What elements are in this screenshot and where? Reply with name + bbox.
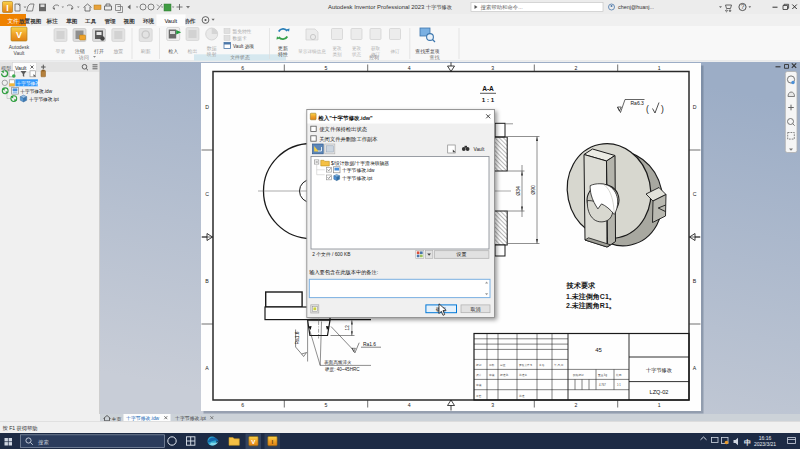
svg-text:十字节修改.ipt: 十字节修改.ipt	[175, 415, 207, 421]
svg-text:文件状态: 文件状态	[230, 54, 250, 60]
svg-text:刷新: 刷新	[141, 48, 151, 54]
svg-text:主页: 主页	[112, 416, 122, 422]
svg-text:特性: 特性	[278, 51, 288, 58]
svg-text:3: 3	[491, 65, 494, 71]
svg-text:工艺: 工艺	[476, 394, 482, 398]
svg-text:): )	[661, 104, 664, 114]
svg-text:Autodesk Inventor Professional: Autodesk Inventor Professional 2023	[328, 4, 425, 10]
svg-text:3: 3	[491, 402, 494, 408]
svg-text:A-A: A-A	[482, 85, 494, 92]
svg-text:I: I	[6, 3, 9, 13]
svg-text:十字节修改: 十字节修改	[426, 4, 452, 10]
svg-text:Ra1.6: Ra1.6	[363, 342, 376, 347]
svg-text:4.767: 4.767	[599, 383, 606, 387]
svg-text:LZQ-02: LZQ-02	[650, 389, 669, 395]
svg-text:审核: 审核	[476, 383, 482, 387]
svg-text:按 F1 获得帮助: 按 F1 获得帮助	[3, 425, 38, 432]
svg-text:C: C	[205, 191, 209, 197]
svg-text:处数: 处数	[489, 363, 495, 367]
svg-text:更改文件号: 更改文件号	[519, 363, 533, 367]
svg-text:放置: 放置	[113, 48, 123, 55]
svg-text:6: 6	[241, 402, 244, 408]
svg-text:硬度: 40~45HRC: 硬度: 40~45HRC	[325, 366, 360, 373]
svg-text:更改: 更改	[352, 45, 362, 51]
svg-text:2.未注圆角R1。: 2.未注圆角R1。	[566, 301, 616, 310]
svg-text:放置视图: 放置视图	[18, 17, 42, 25]
svg-text:6: 6	[241, 65, 244, 71]
svg-text:十字节修改: 十字节修改	[646, 367, 672, 373]
svg-text:技术要求: 技术要求	[566, 281, 597, 290]
svg-text:4: 4	[408, 402, 411, 408]
svg-text:十字节修改.ipt: 十字节修改.ipt	[342, 175, 373, 181]
svg-text:年,月,日: 年,月,日	[554, 363, 564, 367]
svg-text:设置: 设置	[456, 251, 467, 257]
svg-text:登录: 登录	[56, 48, 66, 55]
svg-text:标准化: 标准化	[499, 373, 508, 377]
svg-text:修订: 修订	[389, 49, 400, 54]
svg-text:1.未注倒角C1。: 1.未注倒角C1。	[566, 292, 616, 301]
svg-text:分区: 分区	[500, 363, 506, 367]
svg-text:Ra6.3: Ra6.3	[631, 100, 645, 106]
svg-text:访问: 访问	[78, 54, 89, 61]
svg-text:注销: 注销	[75, 48, 85, 54]
svg-text:十字节修改.ipt: 十字节修改.ipt	[29, 96, 59, 102]
svg-text:Vault: Vault	[474, 147, 485, 152]
svg-text:十字节修改.idw: 十字节修改.idw	[20, 88, 52, 94]
svg-text:5: 5	[325, 65, 328, 71]
svg-text:A: A	[693, 365, 697, 371]
svg-text:Ø90: Ø90	[530, 185, 536, 195]
svg-text:16:16: 16:16	[759, 435, 772, 441]
svg-text:$/设计数据/十字滑块联轴器: $/设计数据/十字滑块联轴器	[331, 160, 389, 167]
svg-text:修订: 修订	[370, 52, 381, 57]
svg-text:协作: 协作	[184, 18, 196, 25]
svg-text:I: I	[272, 438, 274, 445]
svg-text:审核: 审核	[489, 373, 495, 377]
svg-text:标注: 标注	[46, 18, 59, 25]
svg-text:?: ?	[741, 3, 745, 10]
svg-text:工具: 工具	[84, 18, 97, 25]
svg-text:批准: 批准	[519, 394, 525, 398]
svg-text:Autodesk: Autodesk	[9, 45, 30, 50]
svg-text:更新: 更新	[278, 45, 288, 51]
svg-text:12: 12	[346, 325, 351, 331]
svg-text:1 : 1: 1 : 1	[482, 96, 495, 103]
svg-text:查找: 查找	[430, 54, 440, 60]
svg-text:检入: 检入	[168, 48, 178, 54]
svg-text:2 个文件 / 600 KB: 2 个文件 / 600 KB	[312, 251, 350, 257]
svg-text:D: D	[205, 104, 209, 110]
svg-text:V: V	[16, 30, 22, 40]
svg-text:1:1: 1:1	[617, 383, 621, 387]
svg-text:查找重复项: 查找重复项	[415, 48, 440, 55]
svg-text:chenj@huanj...: chenj@huanj...	[618, 4, 654, 10]
svg-text:检出: 检出	[188, 48, 198, 54]
svg-text:B: B	[693, 278, 697, 284]
svg-text:(: (	[646, 104, 649, 114]
svg-text:2023/3/21: 2023/3/21	[754, 441, 776, 447]
svg-text:B: B	[205, 278, 209, 284]
svg-text:输入要包含在此版本中的备注:: 输入要包含在此版本中的备注:	[309, 269, 378, 276]
svg-text:关闭文件并删除工作副本: 关闭文件并删除工作副本	[319, 136, 378, 143]
svg-text:4: 4	[408, 65, 411, 71]
svg-text:Vault: Vault	[14, 51, 25, 56]
svg-text:表面高频淬火: 表面高频淬火	[324, 359, 352, 366]
svg-text:1: 1	[658, 402, 661, 408]
svg-text:获取: 获取	[371, 45, 381, 52]
svg-text:检入"十字节修改.idw": 检入"十字节修改.idw"	[317, 115, 373, 122]
svg-text:草图: 草图	[65, 18, 78, 25]
svg-text:5: 5	[325, 402, 328, 408]
svg-text:Ø34: Ø34	[515, 186, 521, 196]
svg-text:更改: 更改	[332, 45, 342, 51]
svg-text:映射: 映射	[207, 51, 217, 57]
svg-text:重量 kg: 重量 kg	[598, 373, 607, 377]
svg-text:使文件保持检出状态: 使文件保持检出状态	[319, 126, 367, 133]
svg-text:打开: 打开	[94, 48, 104, 55]
svg-text:Vault: Vault	[164, 18, 177, 24]
svg-text:十字节修改: 十字节修改	[17, 80, 41, 86]
svg-text:十字节修改.idw: 十字节修改.idw	[342, 167, 375, 173]
svg-text:D: D	[693, 104, 697, 110]
svg-text:十字节修改.idw: 十字节修改.idw	[126, 415, 160, 421]
svg-text:C: C	[693, 191, 697, 197]
svg-text:管理: 管理	[103, 18, 116, 25]
svg-text:标记: 标记	[475, 363, 482, 367]
svg-text:搜索: 搜索	[38, 439, 49, 446]
